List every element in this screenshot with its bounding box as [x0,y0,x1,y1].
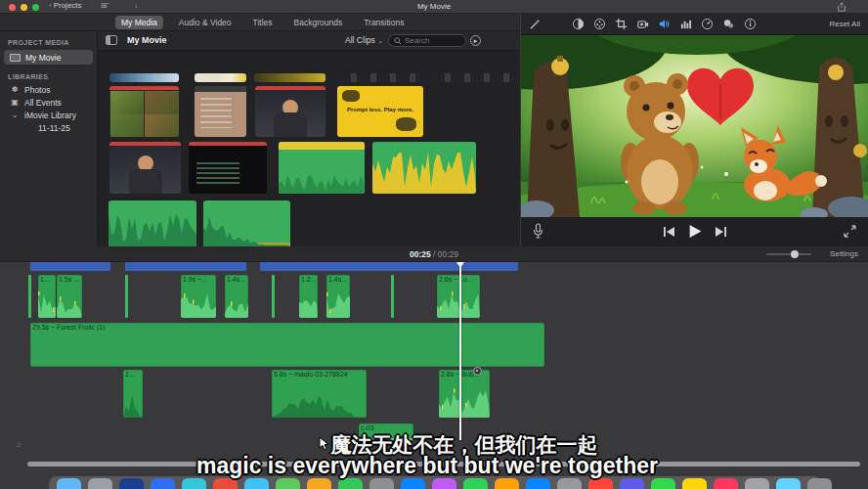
dock-app-icon[interactable] [119,478,144,489]
clip-thumbnail-terminal[interactable] [189,142,267,194]
dock-app-icon[interactable] [620,478,644,489]
clip-thumbnail-cream[interactable] [195,73,246,82]
zoom-slider-thumb[interactable] [791,250,799,258]
clip-thumbnail-darkpeople[interactable] [337,73,423,82]
dock-app-icon[interactable] [463,478,488,489]
dock-app-icon[interactable] [588,478,613,489]
filter-arrow-icon[interactable]: ▸ [470,35,481,46]
sidebar-item-11-11-25[interactable]: 11-11-25 [0,121,97,134]
title-clip[interactable] [125,262,246,271]
thumb-grid: Prompt less. Play more. [98,51,520,246]
dock-app-icon[interactable] [495,478,519,489]
audio-clip[interactable]: 1.9s ~... [181,275,216,318]
play-button-icon[interactable] [687,224,703,239]
speed-icon[interactable] [701,18,714,30]
crop-icon[interactable] [615,18,628,30]
clip-thumbnail-beargrid[interactable] [109,86,179,137]
dock-app-icon[interactable] [432,478,456,489]
tab-backgrounds[interactable]: Backgrounds [288,16,349,29]
clip-thumbnail-wave-decay[interactable] [203,200,290,247]
dock-app-icon[interactable] [151,478,175,489]
aperture-icon: ✽ [10,85,20,94]
audio-clip[interactable]: 1.4s... [326,275,350,318]
clip-edge-sliver[interactable] [272,275,275,318]
color-correction-icon[interactable] [593,18,606,30]
title-clip[interactable] [260,262,518,271]
audio-clip[interactable]: 1.2... [299,275,318,318]
sidebar-item-imovie-library[interactable]: ⌄iMovie Library [0,109,97,121]
audio-clip[interactable]: 2.6s ~ Lo... [437,275,480,318]
imovie-window: ‹Projects ⊞ˇ ↓ My Movie My MediaAudio & … [0,0,868,489]
clip-effect-badge[interactable] [473,367,482,376]
dock-app-icon[interactable] [745,478,769,489]
title-clip[interactable] [30,262,110,271]
enhance-wand-icon[interactable] [529,18,542,30]
dock-app-icon[interactable] [714,478,738,489]
tab-titles[interactable]: Titles [247,16,279,29]
clip-thumbnail-olive[interactable] [254,73,326,82]
dock-app-icon[interactable] [276,478,300,489]
clip-thumbnail-promo[interactable]: Prompt less. Play more. [337,86,423,137]
audio-clip[interactable]: 5.8s ~ magic-03-278824 [272,370,367,418]
sidebar-toggle-icon[interactable] [106,35,117,45]
stabilization-icon[interactable] [636,18,649,30]
clip-thumbnail-wave-jagged[interactable] [108,200,196,247]
tab-transitions[interactable]: Transitions [358,16,410,29]
skip-forward-icon[interactable] [715,226,727,238]
settings-button[interactable]: Settings [830,249,858,258]
dock-app-icon[interactable] [776,478,801,489]
clip-edge-sliver[interactable] [391,275,394,318]
skip-back-icon[interactable] [663,226,675,238]
tab-audio-video[interactable]: Audio & Video [173,16,238,29]
dock-app-icon[interactable] [307,478,331,489]
all-clips-filter[interactable]: All Clips ⌄ [345,35,383,45]
dock-app-icon[interactable] [88,478,112,489]
audio-clip[interactable]: 1... [123,370,143,418]
clip-edge-sliver[interactable] [28,275,31,318]
info-icon[interactable] [744,18,757,30]
dock-app-icon[interactable] [182,478,206,489]
fullscreen-icon[interactable] [844,225,856,238]
reset-all-button[interactable]: Reset All [829,20,860,28]
clip-thumbnail-person[interactable] [109,142,181,194]
clip-thumbnail-audio-spikes[interactable] [372,142,476,194]
volume-icon[interactable] [658,18,671,30]
tab-my-media[interactable]: My Media [115,16,163,29]
sidebar-item-all-events[interactable]: ▣All Events [0,96,97,109]
noise-reduction-icon[interactable] [722,18,735,30]
dock-app-icon[interactable] [338,478,363,489]
dock-app-icon[interactable] [526,478,550,489]
sidebar-item-my-movie[interactable]: My Movie [4,50,93,65]
dock-app-icon[interactable] [244,478,269,489]
dock-app-icon[interactable] [57,478,81,489]
audio-clip[interactable]: 1... [38,275,56,318]
voiceover-mic-icon[interactable] [533,223,543,239]
audio-clip[interactable]: 2.8s ~ Bob... [439,370,490,418]
dock-app-icon[interactable] [213,478,238,489]
playhead[interactable] [459,262,461,440]
promo-shape [342,90,360,101]
dock-app-icon[interactable] [682,478,707,489]
audio-clip[interactable]: 1.5s ... [57,275,82,318]
clip-thumbnail-audio-yellowtop[interactable] [279,142,365,194]
color-balance-icon[interactable] [572,18,585,30]
clip-edge-sliver[interactable] [125,275,128,318]
equalizer-icon[interactable] [679,18,692,30]
dock-app-icon[interactable] [651,478,675,489]
timeline-zoom-slider[interactable] [766,253,811,255]
audio-clip[interactable]: 1.4s... [225,275,248,318]
clip-thumbnail-blue[interactable] [109,73,179,82]
clip-thumbnail-darkpeople[interactable] [431,73,515,82]
search-input[interactable]: Search [388,34,466,47]
playhead-handle[interactable] [456,262,464,268]
audio-clip-main[interactable]: 29.5s ~ Forest Frolic (1) [30,323,544,367]
share-icon[interactable] [837,2,846,12]
sidebar-item-photos[interactable]: ✽Photos [0,83,97,96]
dock-app-icon[interactable] [401,478,425,489]
clip-thumbnail-doc[interactable] [195,86,246,137]
dock-app-icon[interactable] [807,478,832,489]
dock-app-icon[interactable] [557,478,582,489]
clip-thumbnail-person[interactable] [255,86,326,137]
tab-bar: My MediaAudio & VideoTitlesBackgroundsTr… [0,14,520,31]
dock-app-icon[interactable] [369,478,394,489]
